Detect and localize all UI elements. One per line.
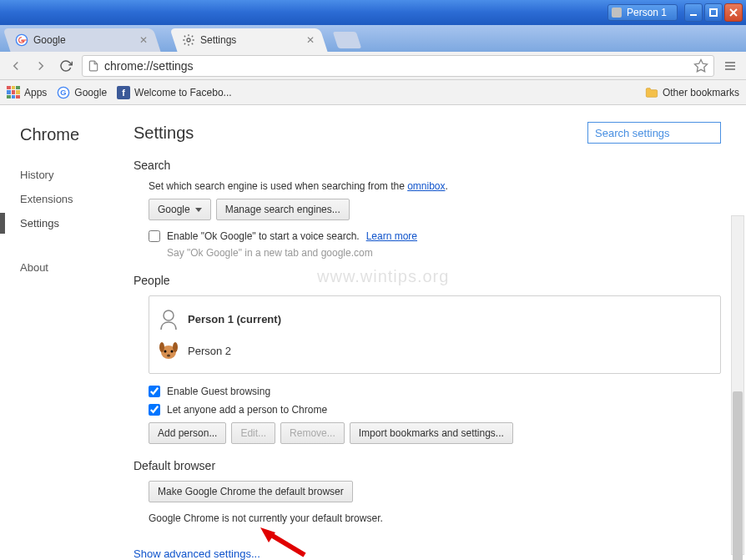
facebook-favicon-icon: f: [117, 86, 130, 99]
edit-person-button[interactable]: Edit...: [231, 422, 275, 444]
manage-search-engines-button[interactable]: Manage search engines...: [216, 199, 350, 220]
ok-google-hint: Say "Ok Google" in a new tab and google.…: [167, 247, 721, 259]
tab-close-icon[interactable]: ✕: [139, 35, 149, 45]
ok-google-checkbox[interactable]: [149, 230, 160, 242]
apps-grid-icon: [7, 86, 20, 99]
new-tab-button[interactable]: [333, 32, 361, 48]
tab-close-icon[interactable]: ✕: [305, 35, 315, 45]
person-row[interactable]: Person 2: [158, 335, 712, 366]
search-engine-dropdown[interactable]: Google: [149, 199, 211, 220]
settings-main: Settings Search Set which search engine …: [134, 105, 746, 560]
google-favicon-icon: [15, 33, 28, 47]
bookmark-label: Apps: [24, 87, 47, 98]
ok-google-label: Enable "Ok Google" to start a voice sear…: [167, 230, 360, 242]
bookmark-label: Google: [74, 87, 107, 98]
default-avatar-icon: [158, 308, 179, 330]
sidebar-item-about[interactable]: About: [20, 255, 134, 280]
svg-point-19: [171, 351, 174, 353]
gear-icon: [182, 33, 195, 47]
dog-avatar-icon: [158, 340, 179, 361]
maximize-button[interactable]: [704, 3, 723, 22]
caret-down-icon: [195, 208, 202, 212]
section-search-title: Search: [134, 159, 721, 172]
anyone-add-label: Let anyone add a person to Chrome: [167, 404, 327, 416]
google-favicon-icon: G: [57, 86, 70, 99]
bookmark-label: Other bookmarks: [663, 87, 739, 98]
forward-button[interactable]: [32, 57, 50, 75]
section-people-title: People: [134, 274, 721, 287]
section-default-browser-title: Default browser: [134, 459, 721, 472]
folder-icon: [645, 87, 658, 98]
bookmark-facebook[interactable]: f Welcome to Facebo...: [117, 86, 232, 99]
tab-strip: Google ✕ Settings ✕: [0, 25, 746, 52]
person-name: Person 2: [188, 345, 231, 357]
sidebar-item-history[interactable]: History: [20, 163, 134, 187]
add-person-button[interactable]: Add person...: [149, 422, 226, 444]
svg-point-17: [173, 342, 178, 352]
profile-button[interactable]: Person 1: [607, 4, 678, 21]
svg-point-5: [187, 38, 190, 42]
other-bookmarks[interactable]: Other bookmarks: [645, 87, 739, 98]
learn-more-link[interactable]: Learn more: [366, 230, 417, 242]
people-list: Person 1 (current) Person 2: [149, 295, 721, 374]
bookmarks-bar: Apps G Google f Welcome to Facebo... Oth…: [0, 80, 746, 105]
url-input[interactable]: [104, 59, 693, 73]
svg-point-16: [159, 342, 164, 352]
person-row-current[interactable]: Person 1 (current): [158, 303, 712, 335]
import-bookmarks-button[interactable]: Import bookmarks and settings...: [350, 422, 513, 444]
vertical-scrollbar[interactable]: [731, 215, 744, 555]
address-bar[interactable]: [82, 55, 714, 77]
sidebar-item-extensions[interactable]: Extensions: [20, 187, 134, 211]
sidebar-item-settings[interactable]: Settings: [20, 211, 134, 235]
omnibox-link[interactable]: omnibox: [407, 180, 445, 192]
tab-google[interactable]: Google ✕: [3, 28, 160, 52]
tab-label: Google: [33, 34, 66, 46]
remove-person-button[interactable]: Remove...: [280, 422, 345, 444]
scrollbar-thumb[interactable]: [733, 391, 743, 560]
svg-rect-1: [710, 9, 717, 16]
svg-text:f: f: [122, 88, 125, 98]
back-button[interactable]: [7, 57, 25, 75]
search-settings-input[interactable]: [587, 122, 721, 144]
chrome-menu-button[interactable]: [721, 57, 739, 75]
person-name: Person 1 (current): [188, 313, 281, 325]
search-description: Set which search engine is used when sea…: [149, 180, 721, 192]
window-titlebar: Person 1: [0, 0, 746, 25]
show-advanced-settings-link[interactable]: Show advanced settings...: [134, 547, 260, 560]
tab-settings[interactable]: Settings ✕: [169, 28, 327, 52]
svg-point-18: [164, 351, 167, 353]
svg-point-14: [164, 310, 174, 320]
svg-point-20: [167, 355, 170, 357]
reload-button[interactable]: [57, 57, 75, 75]
page-icon: [88, 60, 99, 72]
bookmark-label: Welcome to Facebo...: [134, 87, 232, 98]
sidebar-title: Chrome: [20, 125, 134, 144]
default-browser-status: Google Chrome is not currently your defa…: [149, 512, 721, 524]
tab-label: Settings: [200, 34, 236, 46]
page-title: Settings: [134, 124, 587, 143]
guest-browsing-label: Enable Guest browsing: [167, 386, 270, 397]
make-default-browser-button[interactable]: Make Google Chrome the default browser: [149, 481, 353, 502]
close-button[interactable]: [724, 3, 743, 22]
svg-marker-6: [695, 59, 708, 71]
bookmark-google[interactable]: G Google: [57, 86, 107, 99]
settings-content: Chrome History Extensions Settings About…: [0, 105, 746, 560]
bookmark-star-icon[interactable]: [693, 58, 708, 73]
svg-text:G: G: [61, 88, 67, 97]
anyone-add-checkbox[interactable]: [149, 404, 160, 416]
settings-sidebar: Chrome History Extensions Settings About: [0, 105, 134, 560]
guest-browsing-checkbox[interactable]: [149, 386, 160, 397]
browser-toolbar: [0, 52, 746, 80]
minimize-button[interactable]: [684, 3, 703, 22]
apps-shortcut[interactable]: Apps: [7, 86, 47, 99]
